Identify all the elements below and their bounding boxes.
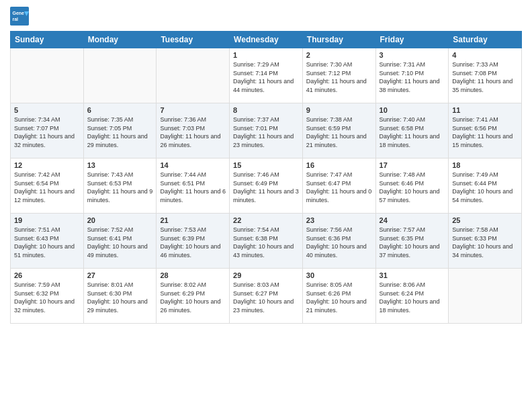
calendar-cell: 21Sunrise: 7:53 AM Sunset: 6:39 PM Dayli… [157,214,230,269]
weekday-header-saturday: Saturday [449,32,522,48]
calendar-cell: 22Sunrise: 7:54 AM Sunset: 6:38 PM Dayli… [230,214,303,269]
day-number: 1 [233,51,299,59]
cell-text: Sunrise: 7:59 AM Sunset: 6:32 PM Dayligh… [14,281,80,314]
day-number: 26 [14,271,80,279]
day-number: 12 [14,161,80,169]
cell-text: Sunrise: 7:35 AM Sunset: 7:05 PM Dayligh… [87,116,153,149]
cell-text: Sunrise: 7:46 AM Sunset: 6:49 PM Dayligh… [233,171,299,204]
day-number: 30 [306,271,372,279]
calendar-cell: 3Sunrise: 7:31 AM Sunset: 7:10 PM Daylig… [375,48,449,103]
day-number: 6 [87,106,153,114]
day-number: 9 [306,106,372,114]
day-number: 28 [160,271,226,279]
cell-text: Sunrise: 7:33 AM Sunset: 7:08 PM Dayligh… [452,60,518,94]
day-number: 14 [160,161,226,169]
calendar-cell: 8Sunrise: 7:37 AM Sunset: 7:01 PM Daylig… [230,103,303,158]
calendar-cell: 7Sunrise: 7:36 AM Sunset: 7:03 PM Daylig… [157,103,230,158]
calendar-cell [449,269,522,324]
calendar-cell: 31Sunrise: 8:06 AM Sunset: 6:24 PM Dayli… [375,269,449,324]
day-number: 4 [452,51,518,59]
day-number: 10 [380,106,445,114]
cell-text: Sunrise: 7:30 AM Sunset: 7:12 PM Dayligh… [306,60,372,94]
cell-text: Sunrise: 7:57 AM Sunset: 6:35 PM Dayligh… [380,226,445,259]
cell-text: Sunrise: 7:52 AM Sunset: 6:41 PM Dayligh… [87,226,153,259]
day-number: 31 [380,271,445,279]
calendar-week-1: 1Sunrise: 7:29 AM Sunset: 7:14 PM Daylig… [11,48,522,103]
cell-text: Sunrise: 7:56 AM Sunset: 6:36 PM Dayligh… [306,226,372,259]
svg-text:ral: ral [13,17,19,21]
calendar-cell: 27Sunrise: 8:01 AM Sunset: 6:30 PM Dayli… [83,269,157,324]
day-number: 3 [380,51,445,59]
day-number: 18 [452,161,518,169]
calendar-header-row: SundayMondayTuesdayWednesdayThursdayFrid… [11,32,522,48]
cell-text: Sunrise: 7:58 AM Sunset: 6:33 PM Dayligh… [452,226,518,259]
cell-text: Sunrise: 7:47 AM Sunset: 6:47 PM Dayligh… [306,171,372,204]
logo: Gene ral [10,7,32,26]
calendar-cell: 30Sunrise: 8:05 AM Sunset: 6:26 PM Dayli… [302,269,375,324]
calendar-week-4: 19Sunrise: 7:51 AM Sunset: 6:43 PM Dayli… [11,214,522,269]
calendar-cell [157,48,230,103]
day-number: 29 [233,271,299,279]
weekday-header-wednesday: Wednesday [230,32,303,48]
cell-text: Sunrise: 7:51 AM Sunset: 6:43 PM Dayligh… [14,226,80,259]
cell-text: Sunrise: 7:41 AM Sunset: 6:56 PM Dayligh… [452,116,518,149]
day-number: 17 [380,161,445,169]
calendar-cell [11,48,84,103]
calendar-cell [83,48,157,103]
calendar-cell: 1Sunrise: 7:29 AM Sunset: 7:14 PM Daylig… [230,48,303,103]
svg-text:Gene: Gene [13,11,25,15]
calendar-cell: 4Sunrise: 7:33 AM Sunset: 7:08 PM Daylig… [449,48,522,103]
cell-text: Sunrise: 7:40 AM Sunset: 6:58 PM Dayligh… [380,116,445,149]
cell-text: Sunrise: 8:01 AM Sunset: 6:30 PM Dayligh… [87,281,153,314]
weekday-header-friday: Friday [375,32,449,48]
calendar-cell: 12Sunrise: 7:42 AM Sunset: 6:54 PM Dayli… [11,158,84,214]
day-number: 27 [87,271,153,279]
calendar-week-2: 5Sunrise: 7:34 AM Sunset: 7:07 PM Daylig… [11,103,522,158]
calendar-cell: 6Sunrise: 7:35 AM Sunset: 7:05 PM Daylig… [83,103,157,158]
day-number: 2 [306,51,372,59]
weekday-header-tuesday: Tuesday [157,32,230,48]
calendar-cell: 24Sunrise: 7:57 AM Sunset: 6:35 PM Dayli… [375,214,449,269]
day-number: 20 [87,216,153,224]
day-number: 15 [233,161,299,169]
day-number: 13 [87,161,153,169]
cell-text: Sunrise: 7:31 AM Sunset: 7:10 PM Dayligh… [380,60,445,94]
calendar-week-5: 26Sunrise: 7:59 AM Sunset: 6:32 PM Dayli… [11,269,522,324]
cell-text: Sunrise: 7:36 AM Sunset: 7:03 PM Dayligh… [160,116,226,149]
cell-text: Sunrise: 7:49 AM Sunset: 6:44 PM Dayligh… [452,171,518,204]
header: Gene ral [10,7,522,26]
page: Gene ral SundayMondayTuesdayWednesdayThu… [0,0,532,411]
cell-text: Sunrise: 7:43 AM Sunset: 6:53 PM Dayligh… [87,171,153,204]
calendar-cell: 10Sunrise: 7:40 AM Sunset: 6:58 PM Dayli… [375,103,449,158]
cell-text: Sunrise: 7:34 AM Sunset: 7:07 PM Dayligh… [14,116,80,149]
cell-text: Sunrise: 7:29 AM Sunset: 7:14 PM Dayligh… [233,60,299,94]
calendar-cell: 19Sunrise: 7:51 AM Sunset: 6:43 PM Dayli… [11,214,84,269]
calendar-cell: 28Sunrise: 8:02 AM Sunset: 6:29 PM Dayli… [157,269,230,324]
cell-text: Sunrise: 7:37 AM Sunset: 7:01 PM Dayligh… [233,116,299,149]
day-number: 19 [14,216,80,224]
calendar-cell: 25Sunrise: 7:58 AM Sunset: 6:33 PM Dayli… [449,214,522,269]
day-number: 5 [14,106,80,114]
svg-rect-0 [10,7,29,26]
weekday-header-sunday: Sunday [11,32,84,48]
cell-text: Sunrise: 7:53 AM Sunset: 6:39 PM Dayligh… [160,226,226,259]
day-number: 25 [452,216,518,224]
day-number: 22 [233,216,299,224]
calendar-cell: 20Sunrise: 7:52 AM Sunset: 6:41 PM Dayli… [83,214,157,269]
calendar-cell: 14Sunrise: 7:44 AM Sunset: 6:51 PM Dayli… [157,158,230,214]
calendar: SundayMondayTuesdayWednesdayThursdayFrid… [10,31,522,324]
calendar-cell: 29Sunrise: 8:03 AM Sunset: 6:27 PM Dayli… [230,269,303,324]
calendar-cell: 17Sunrise: 7:48 AM Sunset: 6:46 PM Dayli… [375,158,449,214]
logo-icon: Gene ral [10,7,29,26]
day-number: 21 [160,216,226,224]
calendar-cell: 18Sunrise: 7:49 AM Sunset: 6:44 PM Dayli… [449,158,522,214]
cell-text: Sunrise: 8:06 AM Sunset: 6:24 PM Dayligh… [380,281,445,314]
cell-text: Sunrise: 7:44 AM Sunset: 6:51 PM Dayligh… [160,171,226,204]
cell-text: Sunrise: 7:54 AM Sunset: 6:38 PM Dayligh… [233,226,299,259]
day-number: 16 [306,161,372,169]
day-number: 24 [380,216,445,224]
cell-text: Sunrise: 7:38 AM Sunset: 6:59 PM Dayligh… [306,116,372,149]
calendar-cell: 16Sunrise: 7:47 AM Sunset: 6:47 PM Dayli… [302,158,375,214]
calendar-cell: 15Sunrise: 7:46 AM Sunset: 6:49 PM Dayli… [230,158,303,214]
calendar-cell: 2Sunrise: 7:30 AM Sunset: 7:12 PM Daylig… [302,48,375,103]
